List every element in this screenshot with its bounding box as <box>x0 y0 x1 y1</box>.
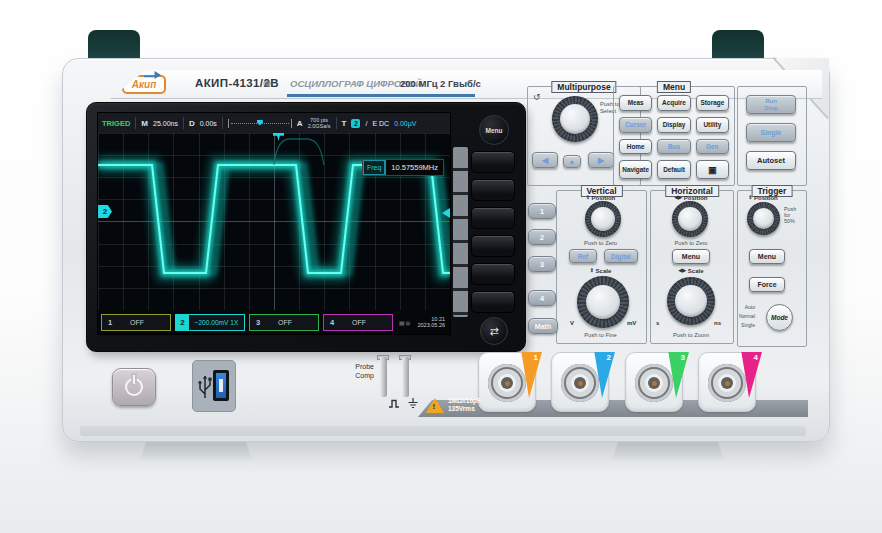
horizontal-scale-knob[interactable] <box>667 277 715 325</box>
impedance-rating: 1MΩ//16pF <box>448 397 481 405</box>
rotate-icon: ↺ <box>533 92 541 102</box>
voltage-rating: 135Vrms <box>448 405 481 413</box>
channel1-status-box[interactable]: 1 OFF <box>101 314 171 331</box>
nav-right-button[interactable]: ▶ <box>588 152 614 168</box>
probe-comp-signal-terminal[interactable] <box>380 357 387 397</box>
samplerate-label: 2 Гвыб/с <box>440 78 481 89</box>
usb-icon <box>198 372 212 402</box>
horizontal-menu-button[interactable]: Menu <box>672 249 710 264</box>
page-flip-icon: ⇄ <box>489 325 498 338</box>
horizontal-position-label: ◀▶ Position <box>650 194 732 201</box>
graticule: 2 Freq 10.57559MHz <box>98 133 450 310</box>
probe-comp-ground-terminal[interactable] <box>402 357 409 397</box>
bandwidth-label: 200 МГц <box>400 78 438 89</box>
vertical-position-knob[interactable] <box>585 201 621 237</box>
touch-screen-button[interactable]: ▣ <box>696 160 729 179</box>
trigger-status: TRIGED <box>102 119 130 128</box>
mode-button[interactable]: Mode <box>766 304 793 331</box>
storage-button[interactable]: Storage <box>696 95 729 111</box>
math-button[interactable]: Math <box>528 318 558 334</box>
ref-button[interactable]: Ref <box>569 249 597 263</box>
run-stop-button[interactable]: RunStop <box>746 95 796 114</box>
trigger-coupling: E DC <box>372 120 389 127</box>
channel4-status-box[interactable]: 4 OFF <box>323 314 393 331</box>
display-button[interactable]: Display <box>657 117 690 133</box>
home-button[interactable]: Home <box>619 139 652 155</box>
softkey-3[interactable] <box>471 207 515 229</box>
utility-button[interactable]: Utility <box>696 117 729 133</box>
bus-button[interactable]: Bus <box>657 139 690 155</box>
softkey-2[interactable] <box>471 179 515 201</box>
channel1-button[interactable]: 1 <box>528 203 556 219</box>
waveform-position-indicator[interactable] <box>228 119 292 128</box>
bnc-connector-ch2[interactable] <box>561 364 599 402</box>
updown-icon: ⇕ <box>590 267 594 273</box>
channel4-button[interactable]: 4 <box>528 290 556 306</box>
vertical-push-zero: Push to Zero <box>556 240 645 246</box>
vertical-scale-knob[interactable] <box>577 276 629 328</box>
trigger-slope: / <box>365 120 367 127</box>
meas-button[interactable]: Meas <box>619 95 652 111</box>
connectivity-icons: ▤ψ <box>399 319 411 326</box>
clock: 10:21 2023.05.26 <box>417 316 447 328</box>
softkey-1[interactable] <box>471 151 515 173</box>
power-icon <box>125 378 143 396</box>
ground-icon <box>407 398 419 409</box>
menu-grid: Meas Acquire Storage Cursor Display Util… <box>619 95 729 179</box>
trigger-menu-button[interactable]: Menu <box>749 249 785 264</box>
stop-square-icon: ■ <box>570 159 574 165</box>
usb-host-port[interactable] <box>192 360 236 412</box>
trigger-position-label: ⇕ Position <box>737 194 789 201</box>
delay-label: D <box>189 119 195 128</box>
menu-title: Menu <box>657 81 691 93</box>
trigger-level: 0.00µV <box>394 120 416 127</box>
navigate-button[interactable]: Navigate <box>619 160 652 179</box>
softkey-4[interactable] <box>471 235 515 257</box>
horizontal-position-knob[interactable] <box>672 201 708 237</box>
leftright-icon: ◀▶ <box>674 194 682 200</box>
channel2-button[interactable]: 2 <box>528 229 556 245</box>
channel3-button[interactable]: 3 <box>528 256 556 272</box>
multipurpose-title: Multipurpose <box>551 81 616 93</box>
chassis-base-seam <box>80 426 806 436</box>
digital-button[interactable]: Digital <box>604 249 638 263</box>
page-flip-button[interactable]: ⇄ <box>480 317 508 345</box>
bnc-connector-ch1[interactable] <box>488 364 526 402</box>
trigger-mode-normal: Normal <box>729 313 755 319</box>
leftright-icon: ◀▶ <box>678 267 686 273</box>
bnc-connector-ch4[interactable] <box>708 364 746 402</box>
freq-value: 10.57559MHz <box>386 160 443 175</box>
lcd-display[interactable]: TRIGED M 25.00ns D 0.00s A 700 pts 2.0GS… <box>97 112 451 335</box>
nav-left-button[interactable]: ◀ <box>532 152 558 168</box>
usb-port-slot <box>213 370 229 401</box>
channel-status-bar: 1 OFF 2 ~200.00mV 1X 3 OFF 4 OFF ▤ψ 10:2 <box>98 310 450 334</box>
trigger-position-knob[interactable] <box>747 202 780 235</box>
single-button[interactable]: Single <box>746 123 796 142</box>
vertical-push-fine: Push to Fine <box>556 332 645 338</box>
frequency-readout: Freq 10.57559MHz <box>362 159 444 176</box>
force-button[interactable]: Force <box>749 277 785 292</box>
horizontal-scale-label: ◀▶ Scale <box>650 267 732 274</box>
position-marker-icon <box>257 120 263 126</box>
oscilloscope-front-panel: Акип АКИП-4131/2В ◉ ОСЦИЛЛОГРАФ ЦИФРОВОЙ… <box>0 0 882 533</box>
timebase-label: M <box>141 119 148 128</box>
power-button[interactable] <box>112 368 156 406</box>
status-bar: TRIGED M 25.00ns D 0.00s A 700 pts 2.0GS… <box>98 113 450 133</box>
channel2-status-box[interactable]: 2 ~200.00mV 1X <box>175 314 245 331</box>
autoset-button[interactable]: Autoset <box>746 151 796 170</box>
bnc-connector-ch3[interactable] <box>635 364 673 402</box>
acquire-label: A <box>297 119 303 128</box>
multipurpose-knob[interactable] <box>552 96 598 142</box>
default-button[interactable]: Default <box>657 160 690 179</box>
softkey-6[interactable] <box>471 291 515 313</box>
input-rating-warning: ! 1MΩ//16pF 135Vrms <box>426 397 481 413</box>
nav-stop-button[interactable]: ■ <box>563 155 581 168</box>
softkey-5[interactable] <box>471 263 515 285</box>
acquire-button[interactable]: Acquire <box>657 95 690 111</box>
brand-mark-icon: ◉ <box>263 78 271 88</box>
screen-menu-button[interactable]: Menu <box>479 115 509 145</box>
cursor-button[interactable]: Cursor <box>619 117 652 133</box>
gen-button[interactable]: Gen <box>696 139 729 155</box>
delay-value: 0.00s <box>200 120 217 127</box>
channel3-status-box[interactable]: 3 OFF <box>249 314 319 331</box>
